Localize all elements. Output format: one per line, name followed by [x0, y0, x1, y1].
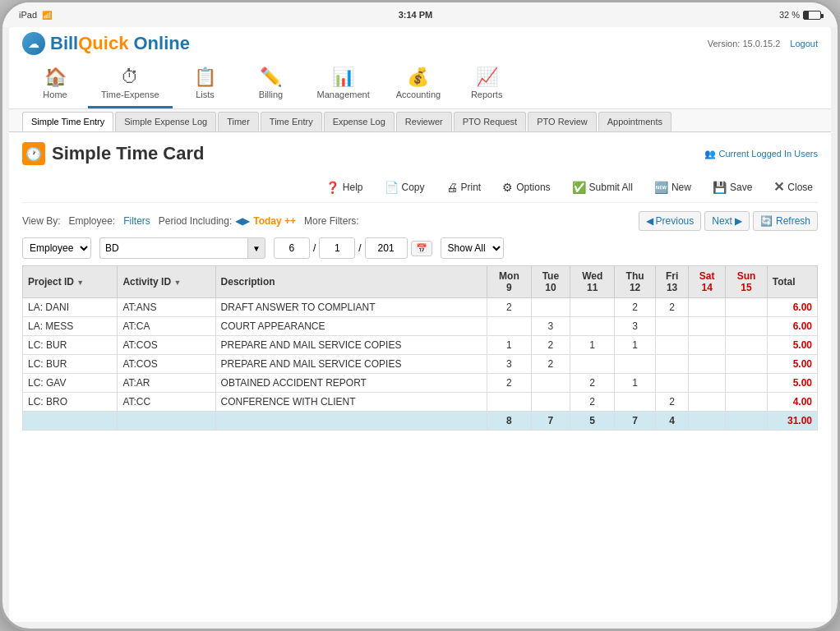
totals-fri: 4 — [655, 412, 688, 431]
view-by-group: View By: — [22, 215, 60, 227]
next-button[interactable]: Next ▶ — [704, 211, 750, 231]
cell-total: 6.00 — [767, 317, 817, 336]
day-input[interactable] — [319, 237, 355, 259]
battery-percent: 32 % — [779, 10, 800, 20]
previous-arrow-icon: ◀ — [646, 215, 653, 227]
status-time: 3:14 PM — [399, 10, 433, 20]
management-icon: 📊 — [332, 67, 354, 88]
tab-accounting[interactable]: 💰 Accounting — [383, 62, 454, 108]
refresh-icon: 🔄 — [760, 215, 773, 227]
cell-sat — [689, 298, 726, 317]
subtab-timer[interactable]: Timer — [218, 112, 259, 131]
app-logo: BillQuick Online — [50, 33, 190, 54]
tab-reports[interactable]: 📈 Reports — [454, 62, 519, 108]
table-row[interactable]: LA: MESS AT:CA COURT APPEARANCE 3 3 6.00 — [23, 317, 818, 336]
next-label: Next — [712, 215, 732, 227]
table-row[interactable]: LC: BUR AT:COS PREPARE AND MAIL SERVICE … — [23, 355, 818, 374]
cell-thu — [615, 393, 656, 412]
table-row[interactable]: LC: GAV AT:AR OBTAINED ACCIDENT REPORT 2… — [23, 374, 818, 393]
cell-sat — [689, 393, 726, 412]
totals-thu: 7 — [615, 412, 656, 431]
cell-wed — [570, 298, 615, 317]
employee-input[interactable] — [99, 237, 247, 259]
app-header: ☁ BillQuick Online Version: 15.0.15.2 Lo… — [9, 27, 831, 109]
refresh-button[interactable]: 🔄 Refresh — [753, 211, 818, 231]
cell-sun — [726, 317, 768, 336]
subtab-time-entry[interactable]: Time Entry — [261, 112, 322, 131]
page-title-text: Simple Time Card — [52, 143, 204, 164]
save-icon: 💾 — [713, 181, 727, 194]
subtab-pto-review[interactable]: PTO Review — [528, 112, 597, 131]
submit-all-button[interactable]: ✅ Submit All — [567, 178, 638, 196]
table-row[interactable]: LC: BRO AT:CC CONFERENCE WITH CLIENT 2 2… — [23, 393, 818, 412]
tab-lists[interactable]: 📋 Lists — [173, 62, 238, 108]
cell-sat — [689, 355, 726, 374]
status-right: 32 % — [779, 10, 821, 20]
help-button[interactable]: ❓ Help — [321, 178, 368, 196]
subtab-simple-time-entry[interactable]: Simple Time Entry — [22, 112, 113, 131]
filters-link[interactable]: Filters — [123, 215, 150, 227]
calendar-button[interactable]: 📅 — [411, 241, 432, 256]
tab-time-expense[interactable]: ⏱ Time-Expense — [88, 62, 173, 108]
activity-sort-icon: ▼ — [173, 279, 181, 287]
sun-day: 15 — [741, 282, 751, 293]
cell-project-id: LA: DANI — [23, 298, 118, 317]
new-button[interactable]: 🆕 New — [649, 178, 696, 196]
tab-home-label: Home — [43, 90, 67, 99]
cell-thu: 3 — [615, 317, 656, 336]
cell-description: CONFERENCE WITH CLIENT — [215, 393, 487, 412]
copy-button[interactable]: 📄 Copy — [380, 178, 430, 196]
subtab-expense-log[interactable]: Expense Log — [324, 112, 395, 131]
tab-lists-label: Lists — [196, 90, 215, 99]
col-mon: Mon9 — [487, 266, 531, 298]
employee-dropdown-button[interactable]: ▼ — [247, 237, 265, 259]
cell-total: 5.00 — [767, 336, 817, 355]
cell-activity-id: AT:COS — [118, 355, 215, 374]
subtab-reviewer[interactable]: Reviewer — [396, 112, 452, 131]
more-filters-select[interactable]: Show All — [441, 237, 504, 259]
day-separator: / — [358, 242, 361, 254]
cell-tue: 2 — [531, 336, 570, 355]
toolbar: ❓ Help 📄 Copy 🖨 Print ⚙ Options ✅ Su — [22, 172, 818, 203]
col-project-id: Project ID ▼ — [23, 266, 118, 298]
view-by-select-group: Employee Project — [22, 237, 91, 259]
period-arrows: ◀▶ — [235, 215, 250, 227]
battery-icon — [803, 11, 821, 20]
month-input[interactable] — [274, 237, 310, 259]
table-header-row: Project ID ▼ Activity ID ▼ Description M… — [23, 266, 818, 298]
options-icon: ⚙ — [502, 181, 513, 194]
close-button[interactable]: ✕ Close — [768, 177, 818, 197]
previous-button[interactable]: ◀ Previous — [639, 211, 702, 231]
logout-button[interactable]: Logout — [790, 39, 818, 48]
print-icon: 🖨 — [446, 181, 458, 194]
table-row[interactable]: LC: BUR AT:COS PREPARE AND MAIL SERVICE … — [23, 336, 818, 355]
today-button[interactable]: Today ++ — [253, 215, 296, 227]
table-row[interactable]: LA: DANI AT:ANS DRAFT ANSWER TO COMPLIAN… — [23, 298, 818, 317]
time-expense-icon: ⏱ — [121, 67, 139, 88]
tab-management[interactable]: 📊 Management — [304, 62, 383, 108]
cell-sun — [726, 298, 768, 317]
cell-fri: 2 — [655, 298, 688, 317]
cell-mon: 1 — [487, 336, 531, 355]
view-by-select[interactable]: Employee Project — [22, 237, 91, 259]
cell-activity-id: AT:AR — [118, 374, 215, 393]
year-input[interactable] — [365, 237, 408, 259]
subtab-appointments[interactable]: Appointments — [598, 112, 672, 131]
cell-mon — [487, 393, 531, 412]
subtab-simple-expense-log[interactable]: Simple Expense Log — [115, 112, 216, 131]
page-content: 🕐 Simple Time Card 👥 Current Logged In U… — [9, 132, 831, 622]
subtab-pto-request[interactable]: PTO Request — [454, 112, 526, 131]
tab-home[interactable]: 🏠 Home — [22, 62, 88, 108]
tab-billing[interactable]: ✏️ Billing — [238, 62, 304, 108]
logged-in-users-button[interactable]: 👥 Current Logged In Users — [704, 149, 818, 159]
cell-mon: 2 — [487, 374, 531, 393]
cell-sat — [689, 317, 726, 336]
cell-activity-id: AT:CA — [118, 317, 215, 336]
totals-empty-1 — [118, 412, 215, 431]
save-button[interactable]: 💾 Save — [708, 178, 757, 196]
cell-thu — [615, 355, 656, 374]
print-button[interactable]: 🖨 Print — [441, 178, 487, 196]
options-button[interactable]: ⚙ Options — [497, 178, 555, 196]
cell-thu: 1 — [615, 336, 656, 355]
cell-project-id: LC: BRO — [23, 393, 118, 412]
